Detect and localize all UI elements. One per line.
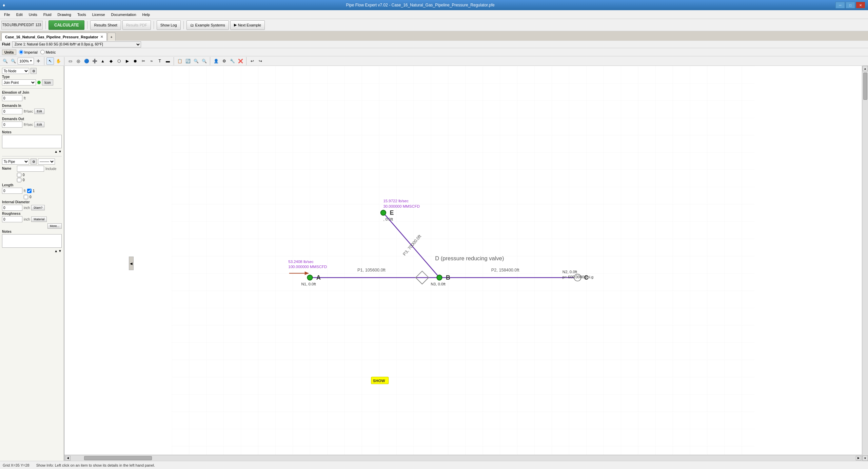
- pipe-notes-textarea[interactable]: [2, 234, 62, 248]
- show-log-button[interactable]: Show Log: [157, 20, 181, 30]
- zoom-dropdown-icon[interactable]: ▼: [29, 59, 32, 62]
- zoom-in-icon[interactable]: 🔍: [9, 57, 17, 65]
- demands-in-edit-button[interactable]: Edit: [34, 109, 44, 114]
- notes-down-icon[interactable]: ▼: [58, 150, 62, 153]
- next-example-button[interactable]: ▶ Next Example: [230, 20, 265, 30]
- ellipse-icon[interactable]: ◎: [75, 57, 82, 65]
- scroll-down-btn[interactable]: ▼: [863, 455, 868, 461]
- menu-license[interactable]: License: [90, 12, 108, 17]
- scroll-up-btn[interactable]: ▲: [863, 66, 868, 71]
- zoom-control[interactable]: 100% ▼: [18, 58, 34, 64]
- zoom-rect-icon[interactable]: 🔍: [192, 57, 200, 65]
- roughness-input[interactable]: [2, 216, 22, 222]
- horizontal-scrollbar[interactable]: ◀ ▶: [64, 455, 862, 461]
- scroll-right-btn[interactable]: ▶: [856, 456, 861, 461]
- diameter-input[interactable]: [2, 205, 22, 211]
- add-icon[interactable]: ➕: [91, 57, 98, 65]
- hex-icon[interactable]: ⬡: [115, 57, 123, 65]
- diam-button[interactable]: Diam?: [31, 205, 45, 210]
- more-button[interactable]: More...: [47, 223, 62, 229]
- undo-icon[interactable]: ↩: [249, 57, 256, 65]
- new-tab-button[interactable]: +: [107, 33, 116, 41]
- tab-case16[interactable]: Case_16_Natural_Gas_Pipeline_Pressure_Re…: [1, 33, 107, 41]
- pipe-icon[interactable]: ▶: [123, 57, 131, 65]
- zoom-prev-icon[interactable]: 🔍: [200, 57, 208, 65]
- triangle-icon[interactable]: ▲: [99, 57, 106, 65]
- menu-drawing[interactable]: Drawing: [55, 12, 74, 17]
- redo-icon[interactable]: ↪: [257, 57, 264, 65]
- panel-collapse-button[interactable]: ◀: [129, 257, 134, 270]
- pan-icon[interactable]: ✋: [55, 57, 62, 65]
- menu-file[interactable]: File: [1, 12, 13, 17]
- pipe-check-4[interactable]: [24, 195, 28, 199]
- length-input[interactable]: [2, 188, 22, 194]
- wave-icon[interactable]: ≈: [148, 57, 155, 65]
- results-pdf-button[interactable]: Results PDF: [122, 20, 151, 30]
- clear-icon[interactable]: ❌: [237, 57, 244, 65]
- vertical-scrollbar[interactable]: ▲ ▼: [862, 66, 868, 461]
- tab-close-icon[interactable]: ✕: [100, 35, 103, 39]
- text-icon[interactable]: T: [156, 57, 163, 65]
- example-systems-button[interactable]: 🗂 Example Systems: [186, 20, 229, 30]
- menu-tools[interactable]: Tools: [75, 12, 89, 17]
- to-pipe-select[interactable]: To Pipe: [2, 158, 29, 165]
- material-button[interactable]: Material: [31, 217, 47, 222]
- icon-btn-1[interactable]: TSO: [2, 21, 9, 29]
- valve-icon[interactable]: ⏺: [132, 57, 139, 65]
- zoom-out-icon[interactable]: 🔍: [1, 57, 9, 65]
- pipe-check-2[interactable]: [17, 178, 21, 182]
- demands-in-input[interactable]: [2, 108, 22, 114]
- pipe-notes-up-icon[interactable]: ▲: [54, 249, 58, 253]
- icon-btn-2[interactable]: LRBL: [10, 21, 18, 29]
- to-node-select[interactable]: To Node: [2, 68, 29, 74]
- fluid-zone-select[interactable]: Zone 1: Natural Gas 0.60 SG [0.046 lb/ft…: [12, 41, 141, 48]
- minimize-button[interactable]: ─: [835, 2, 845, 8]
- demands-out-input[interactable]: [2, 121, 22, 128]
- imperial-radio-label[interactable]: Imperial: [19, 50, 38, 54]
- menu-fluid[interactable]: Fluid: [41, 12, 54, 17]
- calculate-button[interactable]: CALCULATE: [48, 20, 84, 30]
- canvas-svg[interactable]: 15.9722 lb/sec 30.000000 MMSCFD 53.2408 …: [64, 66, 862, 455]
- settings-icon[interactable]: ⚙: [220, 57, 228, 65]
- pipe-check-3[interactable]: [27, 189, 32, 193]
- node-a-dot[interactable]: [307, 275, 312, 280]
- canvas-area[interactable]: ◀ 15.9722 lb/sec 30.000000 MMSCFD: [64, 66, 862, 461]
- node-icon[interactable]: 🔵: [83, 57, 90, 65]
- fit-icon[interactable]: ✛: [35, 57, 42, 65]
- pipe-name-input[interactable]: [17, 166, 44, 172]
- scroll-thumb[interactable]: [84, 456, 152, 460]
- user-icon[interactable]: 👤: [212, 57, 220, 65]
- pipe-style-select[interactable]: ─────: [38, 158, 55, 165]
- icon-btn-5[interactable]: 123: [35, 21, 42, 29]
- pipe-notes-down-icon[interactable]: ▼: [58, 249, 62, 253]
- menu-help[interactable]: Help: [140, 12, 153, 17]
- cut-icon[interactable]: ✂: [140, 57, 147, 65]
- node-b-dot[interactable]: [437, 275, 442, 280]
- node-settings-icon[interactable]: ⚙: [31, 68, 37, 74]
- scroll-v-thumb[interactable]: [863, 73, 867, 100]
- demands-out-edit-button[interactable]: Edit: [34, 122, 44, 127]
- diamond-icon[interactable]: ◆: [107, 57, 115, 65]
- close-button[interactable]: ✕: [856, 2, 865, 8]
- copy-icon[interactable]: 📋: [176, 57, 183, 65]
- elevation-input[interactable]: [2, 95, 22, 101]
- icon-button[interactable]: Icon: [42, 79, 53, 86]
- pipe-settings-icon[interactable]: ⚙: [31, 158, 37, 165]
- node-notes-textarea[interactable]: [2, 135, 62, 148]
- scroll-left-btn[interactable]: ◀: [65, 456, 71, 461]
- metric-radio-label[interactable]: Metric: [40, 50, 56, 54]
- menu-edit[interactable]: Edit: [14, 12, 25, 17]
- maximize-button[interactable]: □: [846, 2, 855, 8]
- imperial-radio[interactable]: [19, 50, 23, 54]
- rotate-icon[interactable]: 🔄: [184, 57, 192, 65]
- icon-btn-4[interactable]: EDIT: [26, 21, 34, 29]
- rect2-icon[interactable]: ▬: [164, 57, 172, 65]
- icon-btn-3[interactable]: PIPE: [18, 21, 26, 29]
- menu-units[interactable]: Units: [26, 12, 40, 17]
- type-select[interactable]: Join Point: [2, 79, 36, 86]
- menu-documentation[interactable]: Documentation: [108, 12, 139, 17]
- select-icon[interactable]: ↖: [46, 57, 54, 65]
- results-sheet-button[interactable]: Results Sheet: [90, 20, 121, 30]
- metric-radio[interactable]: [40, 50, 45, 54]
- pipe-check-1[interactable]: [17, 173, 21, 177]
